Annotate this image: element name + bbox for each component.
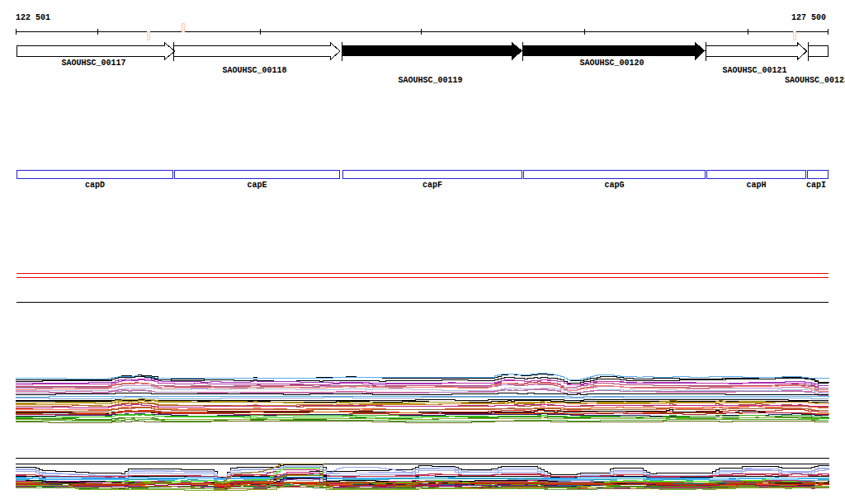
svg-text:SAOUHSC_00120: SAOUHSC_00120 [579,59,644,68]
svg-text:capI: capI [806,181,826,190]
svg-text:SAOUHSC_00118: SAOUHSC_00118 [222,66,286,75]
svg-text:capE: capE [247,181,267,190]
svg-text:SAOUHSC_00119: SAOUHSC_00119 [398,76,462,85]
svg-text:SAOUHSC_00117: SAOUHSC_00117 [61,59,125,68]
svg-text:capD: capD [85,181,105,190]
svg-text:SAOUHSC_00122: SAOUHSC_00122 [785,76,845,85]
svg-text:122 501: 122 501 [16,13,50,22]
svg-text:SAOUHSC_00121: SAOUHSC_00121 [722,66,786,75]
svg-text:capG: capG [604,181,624,190]
svg-text:capH: capH [746,181,766,190]
svg-text:capF: capF [422,181,442,190]
svg-text:127 500: 127 500 [791,13,826,22]
